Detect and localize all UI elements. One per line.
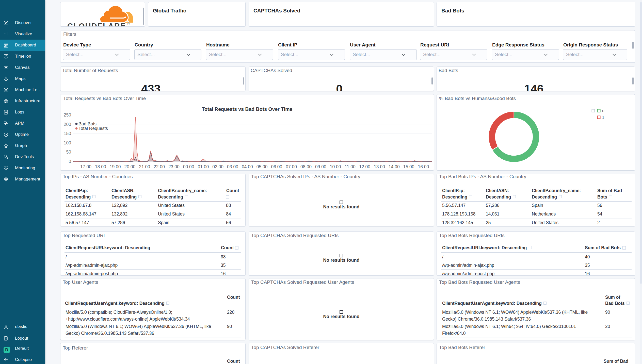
svg-text:09:00: 09:00 xyxy=(315,164,326,169)
svg-text:14:00: 14:00 xyxy=(389,164,400,169)
svg-text:Total Requests: Total Requests xyxy=(78,126,108,131)
svg-text:21:00: 21:00 xyxy=(139,164,150,169)
svg-text:200: 200 xyxy=(64,122,71,127)
svg-text:100: 100 xyxy=(64,140,71,145)
svg-text:03:00: 03:00 xyxy=(227,164,238,169)
svg-text:Total Requests vs Bad Bots Ove: Total Requests vs Bad Bots Over Time xyxy=(202,106,293,112)
svg-text:19:00: 19:00 xyxy=(110,164,121,169)
svg-text:Bad Bots: Bad Bots xyxy=(78,121,97,126)
svg-text:16:00: 16:00 xyxy=(418,164,429,169)
svg-text:07:00: 07:00 xyxy=(286,164,297,169)
svg-text:00:00: 00:00 xyxy=(183,164,194,169)
svg-text:50: 50 xyxy=(66,150,71,155)
svg-text:04:00: 04:00 xyxy=(242,164,253,169)
svg-text:20:00: 20:00 xyxy=(124,164,136,169)
svg-text:22:00: 22:00 xyxy=(154,164,165,169)
svg-text:0: 0 xyxy=(69,159,71,164)
svg-text:05:00: 05:00 xyxy=(256,164,268,169)
svg-text:13:00: 13:00 xyxy=(374,164,385,169)
svg-text:10:00: 10:00 xyxy=(330,164,341,169)
svg-text:250: 250 xyxy=(64,112,71,118)
svg-text:15:00: 15:00 xyxy=(403,164,414,169)
svg-text:06:00: 06:00 xyxy=(271,164,282,169)
svg-text:150: 150 xyxy=(64,131,71,136)
svg-text:0: 0 xyxy=(602,109,604,113)
svg-text:17:00: 17:00 xyxy=(80,164,91,169)
svg-text:02:00: 02:00 xyxy=(212,164,223,169)
svg-text:23:00: 23:00 xyxy=(168,164,180,169)
svg-text:18:00: 18:00 xyxy=(95,164,106,169)
svg-text:12:00: 12:00 xyxy=(359,164,370,169)
svg-text:08:00: 08:00 xyxy=(300,164,312,169)
svg-text:1: 1 xyxy=(602,115,604,120)
svg-text:01:00: 01:00 xyxy=(198,164,209,169)
svg-text:11:00: 11:00 xyxy=(345,164,356,169)
